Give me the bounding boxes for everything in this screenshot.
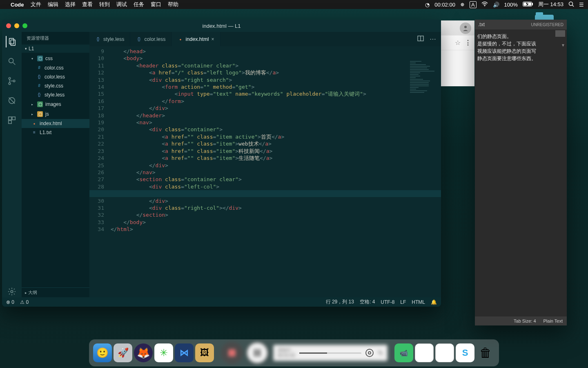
sublime-line: 们的静态页面。 bbox=[477, 33, 564, 40]
sublime-tabsize[interactable]: Tab Size: 4 bbox=[514, 319, 536, 323]
dock-finder[interactable]: 🙂 bbox=[93, 343, 112, 362]
menu-view[interactable]: 查看 bbox=[82, 1, 93, 8]
maximize-window-icon[interactable] bbox=[22, 23, 27, 28]
battery-text: 100% bbox=[504, 2, 518, 8]
record-volume-slider[interactable] bbox=[299, 352, 361, 354]
minimap[interactable] bbox=[410, 61, 439, 106]
tab-label: index.html bbox=[186, 36, 209, 42]
debug-icon[interactable] bbox=[6, 95, 18, 106]
svg-rect-8 bbox=[11, 40, 15, 45]
menu-help[interactable]: 帮助 bbox=[168, 1, 178, 8]
timer-icon[interactable]: ◔ bbox=[425, 2, 430, 8]
minimize-window-icon[interactable] bbox=[14, 23, 19, 28]
dock-launchpad[interactable]: 🚀 bbox=[114, 343, 132, 362]
sublime-tab[interactable]: .txt bbox=[478, 22, 485, 27]
status-errors[interactable]: ⊗ 0 bbox=[6, 299, 14, 305]
tab-color-less[interactable]: {}color.less bbox=[130, 32, 172, 46]
tab-label: style.less bbox=[103, 36, 124, 42]
tree-folder-css[interactable]: ▢css bbox=[22, 54, 89, 63]
search-icon[interactable] bbox=[6, 56, 18, 67]
tree-file-style-css[interactable]: #style.css bbox=[22, 81, 89, 90]
tab-close-icon[interactable]: × bbox=[212, 36, 214, 42]
svg-rect-18 bbox=[9, 121, 11, 123]
tree-file-style-less[interactable]: {}style.less bbox=[22, 90, 89, 99]
input-mode[interactable]: A bbox=[470, 1, 477, 8]
dock-app-generic1[interactable] bbox=[415, 343, 434, 362]
project-root[interactable]: L1 bbox=[22, 45, 89, 53]
tree-file-color-less[interactable]: {}color.less bbox=[22, 72, 89, 81]
source-control-icon[interactable] bbox=[6, 75, 18, 87]
extensions-icon[interactable] bbox=[6, 114, 18, 126]
menu-window[interactable]: 窗口 bbox=[151, 1, 161, 8]
status-encoding[interactable]: UTF-8 bbox=[381, 299, 394, 305]
tab-label: color.less bbox=[144, 36, 165, 42]
tree-folder-js[interactable]: ▢js bbox=[22, 109, 89, 119]
menu-select[interactable]: 选择 bbox=[65, 1, 76, 8]
status-warnings[interactable]: ⚠ 0 bbox=[20, 299, 29, 305]
tab-style-less[interactable]: {}style.less bbox=[89, 32, 130, 46]
settings-gear-icon[interactable] bbox=[6, 286, 18, 297]
wifi-icon[interactable] bbox=[481, 2, 488, 8]
dock-trash[interactable]: 🗑 bbox=[476, 343, 495, 362]
tree-file-l1-txt[interactable]: ≡L1.txt bbox=[22, 128, 89, 137]
outline-section[interactable]: 大纲 bbox=[22, 287, 89, 297]
spotlight-icon[interactable] bbox=[568, 1, 574, 8]
vscode-titlebar[interactable]: index.html — L1 bbox=[2, 20, 441, 32]
code-content[interactable]: </head> <body> <header class="container … bbox=[108, 46, 441, 297]
explorer-sidebar: 资源管理器 L1 ▢css #color.css {}color.less #s… bbox=[22, 32, 89, 297]
menu-tasks[interactable]: 任务 bbox=[134, 1, 144, 8]
dock-app-skype[interactable]: S bbox=[456, 343, 474, 362]
status-eol[interactable]: LF bbox=[400, 299, 406, 305]
tree-folder-images[interactable]: ▢images bbox=[22, 99, 89, 109]
sublime-line: 静态页面要注意哪些东西。 bbox=[477, 55, 564, 62]
svg-point-4 bbox=[569, 2, 573, 5]
sublime-syntax[interactable]: Plain Text bbox=[543, 319, 563, 323]
svg-rect-7 bbox=[9, 38, 14, 44]
browser-menu-icon[interactable]: ⋮ bbox=[465, 39, 471, 47]
explorer-icon[interactable] bbox=[6, 36, 17, 47]
more-actions-icon[interactable]: ⋯ bbox=[430, 35, 436, 43]
menubar-app[interactable]: Code bbox=[11, 2, 24, 8]
menu-edit[interactable]: 编辑 bbox=[48, 1, 58, 8]
tree-label: index.html bbox=[40, 120, 62, 127]
volume-icon[interactable]: 🔊 bbox=[493, 2, 499, 8]
sidebar-title: 资源管理器 bbox=[22, 32, 89, 45]
menu-goto[interactable]: 转到 bbox=[99, 1, 110, 8]
tree-file-color-css[interactable]: #color.css bbox=[22, 63, 89, 72]
record-camera-icon[interactable] bbox=[365, 349, 374, 357]
dock-firefox[interactable]: 🦊 bbox=[134, 343, 153, 362]
avatar-icon[interactable] bbox=[460, 22, 471, 34]
window-title: index.html — L1 bbox=[203, 23, 241, 29]
clock[interactable]: 周一 14:53 bbox=[538, 1, 564, 8]
dock-wechat[interactable]: ✳ bbox=[154, 343, 173, 362]
status-spaces[interactable]: 空格: 4 bbox=[360, 298, 375, 305]
tree-file-index-html[interactable]: ⬥index.html bbox=[22, 119, 89, 128]
sublime-dropdown-icon[interactable]: ▼ bbox=[561, 42, 565, 49]
sublime-editor[interactable]: ▼ 们的静态页面。 是挺慢的，不过，下面应该 视频应该能把静态的页面写 静态页面… bbox=[475, 29, 567, 316]
dock: 🙂 🚀 🦊 ✳ ⋈ 🖼 录制中... 00:02:00 ✎ 📹 S 🗑 bbox=[93, 342, 495, 364]
menu-file[interactable]: 文件 bbox=[31, 1, 41, 8]
activity-bar bbox=[2, 32, 22, 297]
line-gutter: 9101112131415161718192021222324252627282… bbox=[89, 46, 108, 297]
status-cursor[interactable]: 行 29，列 13 bbox=[326, 298, 354, 305]
timer-text: 00:02:00 bbox=[434, 2, 455, 8]
code-editor[interactable]: 9101112131415161718192021222324252627282… bbox=[89, 46, 441, 297]
menu-debug[interactable]: 调试 bbox=[116, 1, 127, 8]
status-bell-icon[interactable]: 🔔 bbox=[431, 299, 437, 305]
tree-label: js bbox=[45, 110, 49, 118]
battery-icon[interactable] bbox=[523, 2, 533, 8]
dock-mail[interactable]: 🖼 bbox=[195, 343, 214, 362]
bookmark-star-icon[interactable]: ☆ bbox=[455, 39, 461, 47]
dock-app-generic2[interactable] bbox=[435, 343, 454, 362]
wechat-icon[interactable]: ✵ bbox=[460, 2, 465, 8]
tab-index-html[interactable]: ⬥index.html× bbox=[172, 32, 220, 46]
sublime-minimap[interactable] bbox=[555, 30, 565, 37]
status-lang[interactable]: HTML bbox=[412, 299, 425, 305]
dock-app-facetime[interactable]: 📹 bbox=[394, 343, 413, 362]
dock-vscode[interactable]: ⋈ bbox=[175, 343, 194, 362]
close-window-icon[interactable] bbox=[6, 23, 11, 28]
tree-label: style.css bbox=[45, 82, 63, 90]
sublime-window: .txt UNREGISTERED ▼ 们的静态页面。 是挺慢的，不过，下面应该… bbox=[475, 20, 567, 325]
menu-icon[interactable]: ☰ bbox=[579, 2, 584, 8]
split-editor-icon[interactable] bbox=[417, 35, 424, 43]
